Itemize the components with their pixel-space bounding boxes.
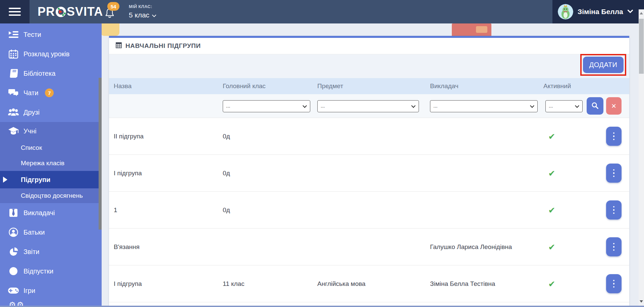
sidebar-item-vacations[interactable]: Відпустки <box>0 261 102 281</box>
sidebar-subitem-label: Список <box>21 144 42 151</box>
sidebar-item-friends[interactable]: Друзі <box>0 103 102 122</box>
row-actions-button[interactable] <box>606 164 622 183</box>
user-menu[interactable]: Зіміна Белла <box>552 0 644 23</box>
table-row: І підгрупа 11 клас Англійська мова Зімін… <box>109 265 629 302</box>
main-content: НАВЧАЛЬНІ ПІДГРУПИ ДОДАТИ Назва Головний… <box>102 23 644 307</box>
page-title: НАВЧАЛЬНІ ПІДГРУПИ <box>125 42 201 50</box>
scroll-up-arrow-icon[interactable] <box>640 12 643 14</box>
sidebar-item-label: Друзі <box>23 109 40 116</box>
sidebar-item-reports[interactable]: Звіти <box>0 242 102 261</box>
sidebar-item-label: Відпустки <box>23 267 53 275</box>
filter-subject-select[interactable]: ... <box>317 100 419 112</box>
column-header-subject: Предмет <box>317 78 343 94</box>
sidebar-item-students[interactable]: Учні <box>0 122 102 140</box>
cell-teacher: Галушко Лариса Леонідівна <box>430 243 512 251</box>
row-actions-button[interactable] <box>606 237 622 256</box>
sidebar-subitem-class-network[interactable]: Мережа класів <box>0 156 102 171</box>
cell-name: 1 <box>114 206 117 214</box>
bottom-edge-line <box>0 306 644 307</box>
add-button[interactable]: ДОДАТИ <box>583 57 624 73</box>
sidebar-item-parents[interactable]: Батьки <box>0 223 102 242</box>
column-header-active: Активний <box>543 78 571 94</box>
sidebar-item-library[interactable]: Бібліотека <box>0 64 102 83</box>
cell-subject: Англійська мова <box>317 280 366 288</box>
sidebar-item-label: Чати <box>23 89 38 97</box>
scrollbar-thumb[interactable] <box>639 19 644 74</box>
subgroups-card: НАВЧАЛЬНІ ПІДГРУПИ ДОДАТИ Назва Головний… <box>109 36 629 307</box>
filter-active-select[interactable]: ... <box>545 100 583 112</box>
tests-icon <box>8 31 19 38</box>
sidebar-item-teachers[interactable]: Викладачі <box>0 203 102 223</box>
cell-main-class: 0д <box>223 170 230 177</box>
search-button[interactable] <box>587 97 603 115</box>
table-row: ІІ підгрупа 0д ✔ <box>109 118 629 155</box>
table-header-row: Назва Головний клас Предмет Викладач Акт… <box>109 78 629 94</box>
chat-bubbles-icon <box>8 89 19 97</box>
filter-teacher-select[interactable]: ... <box>430 100 538 112</box>
sidebar-item-tests[interactable]: Тести <box>0 25 102 44</box>
pie-chart-icon <box>8 247 19 256</box>
notification-count-badge: 54 <box>107 2 119 11</box>
table-filter-row: ... ... ... ... <box>109 94 629 118</box>
sidebar-subitem-list[interactable]: Список <box>0 140 102 156</box>
column-header-main-class: Головний клас <box>223 78 266 94</box>
active-check-icon: ✔ <box>545 205 558 215</box>
notifications-bell-button[interactable]: 54 <box>104 0 123 23</box>
screen: PR SVITA 54 МІЙ КЛАС: 5 клас <box>0 0 644 307</box>
chevron-down-icon <box>152 11 156 19</box>
book-icon <box>8 69 19 78</box>
clear-filters-button[interactable]: ✕ <box>606 97 622 115</box>
scroll-down-arrow-icon[interactable] <box>640 300 643 303</box>
brand-logo[interactable]: PR SVITA <box>38 0 103 23</box>
menu-toggle-button[interactable] <box>0 0 30 23</box>
cell-name: І підгрупа <box>114 280 142 288</box>
my-class-label: МІЙ КЛАС: <box>129 4 156 9</box>
hamburger-icon <box>9 8 21 16</box>
top-header: PR SVITA 54 МІЙ КЛАС: 5 клас <box>0 0 644 23</box>
sidebar-item-label: Ігри <box>23 287 35 295</box>
sidebar-item-chats[interactable]: Чати 7 <box>0 83 102 103</box>
decor-red-shape <box>452 23 491 36</box>
table-row: І підгрупа 0д ✔ <box>109 155 629 192</box>
sidebar-item-schedule[interactable]: Розклад уроків <box>0 44 102 64</box>
column-header-name: Назва <box>114 78 131 94</box>
my-class-value: 5 клас <box>129 11 149 19</box>
sidebar-subitem-subgroups[interactable]: Підгрупи <box>0 171 102 188</box>
table-row: 1 0д ✔ <box>109 192 629 229</box>
active-check-icon: ✔ <box>545 131 558 141</box>
row-actions-button[interactable] <box>606 274 622 293</box>
sidebar-section-students: Учні Список Мережа класів Підгрупи Свідо… <box>0 122 102 203</box>
sidebar-subitem-achievement-certificate[interactable]: Свідоцтво досягнень <box>0 188 102 203</box>
cell-name: В'язання <box>114 243 140 251</box>
sidebar-subitem-label: Свідоцтво досягнень <box>21 192 83 199</box>
table-grid-icon <box>116 42 122 50</box>
add-button-highlight: ДОДАТИ <box>580 54 626 76</box>
circle-icon <box>8 267 19 275</box>
sidebar-item-label: Учні <box>23 127 37 135</box>
sidebar-subitem-label: Мережа класів <box>21 160 64 167</box>
row-actions-button[interactable] <box>606 200 622 220</box>
logo-o-icon <box>56 7 66 17</box>
cell-name: ІІ підгрупа <box>114 133 144 140</box>
filter-main-class-select[interactable]: ... <box>223 100 310 112</box>
cell-main-class: 0д <box>223 206 230 214</box>
search-icon <box>591 102 599 110</box>
row-actions-button[interactable] <box>606 127 622 146</box>
chevron-down-icon <box>628 9 633 15</box>
cell-main-class: 0д <box>223 133 230 140</box>
window-scrollbar[interactable] <box>639 9 644 307</box>
brand-text-pre: PR <box>38 5 55 19</box>
sidebar-item-label: Батьки <box>23 229 45 236</box>
chevron-down-icon <box>303 104 307 108</box>
person-circle-icon <box>8 228 19 237</box>
friends-icon <box>8 108 19 116</box>
sidebar-item-games[interactable]: Ігри <box>0 281 102 300</box>
column-header-teacher: Викладач <box>430 78 459 94</box>
active-check-icon: ✔ <box>545 279 558 289</box>
sidebar-scrollbar-thumb[interactable] <box>99 78 102 230</box>
sidebar-subitem-label: Підгрупи <box>21 176 50 184</box>
decor-yellow-shape <box>101 23 119 36</box>
tie-icon <box>8 208 19 217</box>
chevron-down-icon <box>530 104 534 108</box>
class-selector[interactable]: МІЙ КЛАС: 5 клас <box>129 4 156 19</box>
